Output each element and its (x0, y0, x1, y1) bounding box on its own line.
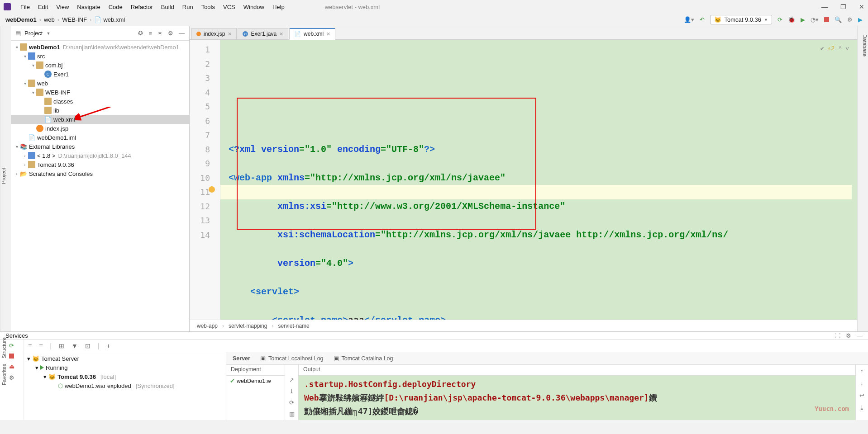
intention-bulb-icon[interactable] (209, 186, 215, 193)
tree-external-libs[interactable]: ▾📚External Libraries (11, 142, 189, 151)
scroll-end-icon[interactable]: ⤓ (859, 404, 864, 411)
menu-help[interactable]: Help (268, 2, 289, 12)
crumb-web[interactable]: web (44, 16, 55, 23)
scratches-icon: 📂 (20, 170, 27, 177)
menu-window[interactable]: Window (239, 2, 268, 12)
left-stripe-lower[interactable]: Structure Favorites (0, 335, 11, 388)
sidebar-favorites[interactable]: Favorites (0, 361, 8, 388)
menu-tools[interactable]: Tools (197, 2, 219, 12)
maximize-icon[interactable]: ❐ (840, 3, 846, 10)
project-pane-title[interactable]: Project (24, 30, 43, 37)
window-title: webservlet - web.xml (325, 4, 380, 10)
tab-exer1-java[interactable]: CExer1.java✕ (238, 28, 288, 39)
back-arrow-icon[interactable]: ↶ (700, 16, 705, 23)
tree-tomcat-lib[interactable]: ›Tomcat 9.0.36 (11, 160, 189, 169)
collapse-all-icon[interactable]: ≡ (39, 342, 43, 349)
tree-webinf[interactable]: ▾WEB-INF (11, 88, 189, 97)
menu-refactor[interactable]: Refactor (127, 2, 157, 12)
menu-edit[interactable]: Edit (34, 2, 52, 12)
gear-icon[interactable]: ⚙ (846, 332, 851, 339)
menu-vcs[interactable]: VCS (219, 2, 239, 12)
tree-classes[interactable]: classes (11, 97, 189, 106)
hide-icon[interactable]: — (179, 30, 185, 37)
expand-all-icon[interactable]: ≡ (28, 342, 32, 349)
jb-logo-icon[interactable]: ▶ (858, 16, 863, 23)
crumb-webapp[interactable]: web-app (197, 323, 218, 329)
group-icon[interactable]: ⊞ (59, 342, 64, 349)
chevron-down-icon[interactable]: ▼ (46, 31, 50, 36)
close-icon[interactable]: ✕ (859, 3, 864, 10)
expand-icon[interactable]: ⛶ (835, 332, 840, 339)
package-icon (36, 61, 43, 69)
expand-icon[interactable]: ≡ (148, 30, 152, 37)
profile-icon[interactable]: ◔▾ (811, 16, 819, 23)
tree-class-exer1[interactable]: CExer1 (11, 70, 189, 79)
editor[interactable]: 1234567891011121314 ✔⚠2^v <?xml version=… (190, 40, 857, 320)
run-icon[interactable]: ⟳ (777, 16, 782, 23)
crumb-servlet-mapping[interactable]: servlet-mapping (229, 323, 267, 329)
tab-index-jsp[interactable]: index.jsp✕ (191, 28, 237, 39)
tree-indexjsp[interactable]: index.jsp (11, 124, 189, 133)
add-icon[interactable]: + (106, 342, 110, 349)
project-icon: ▤ (15, 30, 21, 37)
gear-icon[interactable]: ⚙ (168, 30, 173, 37)
tree-web[interactable]: ▾web (11, 79, 189, 88)
menu-view[interactable]: View (52, 2, 73, 12)
open-browser-icon[interactable]: ↗ (289, 377, 294, 383)
inspection-widget[interactable]: ✔⚠2^v (820, 42, 849, 56)
tree-iml[interactable]: 📄webDemo1.iml (11, 133, 189, 142)
locate-icon[interactable]: ✪ (138, 30, 143, 37)
close-tab-icon[interactable]: ✕ (279, 31, 283, 37)
tab-web-xml[interactable]: 📄web.xml✕ (289, 28, 335, 40)
deployment-item[interactable]: ✔webDemo1:w (226, 376, 285, 386)
tree-root[interactable]: ▾webDemo1D:\ruanjian\idea\work\webservle… (11, 42, 189, 52)
user-icon[interactable]: 👤▾ (684, 16, 694, 23)
project-tree[interactable]: ▾webDemo1D:\ruanjian\idea\work\webservle… (11, 41, 189, 331)
stop-icon[interactable] (824, 17, 829, 22)
tree-scratches[interactable]: ›📂Scratches and Consoles (11, 169, 189, 178)
xml-file-icon: 📄 (94, 16, 101, 23)
close-tab-icon[interactable]: ✕ (326, 31, 330, 37)
chevron-down-icon: ▼ (764, 18, 768, 22)
search-icon[interactable]: 🔍 (835, 16, 842, 23)
crumb-project[interactable]: webDemo1 (5, 16, 37, 23)
menu-navigate[interactable]: Navigate (73, 2, 104, 12)
debug-icon[interactable]: 🐞 (788, 16, 795, 23)
output-console[interactable]: .startup.HostConfig.deployDirectory Web搴… (299, 376, 855, 420)
tree-jdk[interactable]: ›< 1.8 >D:\ruanjian\jdk\jdk1.8.0_144 (11, 151, 189, 160)
collapse-icon[interactable]: ✶ (157, 30, 162, 37)
crumb-webinf[interactable]: WEB-INF (62, 16, 87, 23)
soft-wrap-icon[interactable]: ↩ (859, 392, 864, 399)
sidebar-structure[interactable]: Structure (0, 335, 8, 361)
minimize-icon[interactable]: — (821, 3, 828, 10)
menu-file[interactable]: File (16, 2, 34, 12)
tree-src[interactable]: ▾src (11, 52, 189, 61)
layout-icon[interactable]: ⊡ (85, 342, 91, 349)
editor-breadcrumb: web-app› servlet-mapping› servlet-name (190, 320, 857, 331)
jsp-file-icon (36, 125, 43, 132)
right-toolwindow-stripe[interactable]: Database (857, 26, 868, 331)
gutter[interactable]: 1234567891011121314 (190, 40, 220, 320)
tree-pkg[interactable]: ▾com.bj (11, 61, 189, 70)
scroll-down-icon[interactable]: ↓ (860, 380, 863, 387)
scroll-up-icon[interactable]: ↑ (860, 368, 863, 374)
menu-run[interactable]: Run (178, 2, 197, 12)
refresh-icon[interactable]: ⟳ (289, 399, 294, 406)
tab-localhost-log[interactable]: ▣Tomcat Localhost Log (260, 355, 324, 362)
hide-icon[interactable]: — (857, 332, 863, 339)
left-toolwindow-stripe[interactable]: Project (0, 26, 11, 331)
menu-code[interactable]: Code (105, 2, 127, 12)
filter-icon[interactable]: ▼ (72, 342, 78, 349)
coverage-icon[interactable]: ▶ (801, 16, 805, 23)
run-config-selector[interactable]: 🐱 Tomcat 9.0.36 ▼ (710, 15, 772, 24)
services-tree[interactable]: ▾🐱Tomcat Server ▾Running ▾🐱Tomcat 9.0.36… (24, 352, 226, 420)
menu-build[interactable]: Build (157, 2, 178, 12)
close-tab-icon[interactable]: ✕ (228, 31, 232, 37)
export-icon[interactable]: ⤓ (289, 388, 294, 395)
crumb-servlet-name[interactable]: servlet-name (278, 323, 309, 329)
crumb-file[interactable]: web.xml (103, 16, 125, 23)
filter-output-icon[interactable]: ▥ (289, 410, 295, 417)
tab-server[interactable]: Server (233, 355, 250, 362)
tab-catalina-log[interactable]: ▣Tomcat Catalina Log (334, 355, 393, 362)
settings-icon[interactable]: ⚙ (847, 16, 853, 23)
